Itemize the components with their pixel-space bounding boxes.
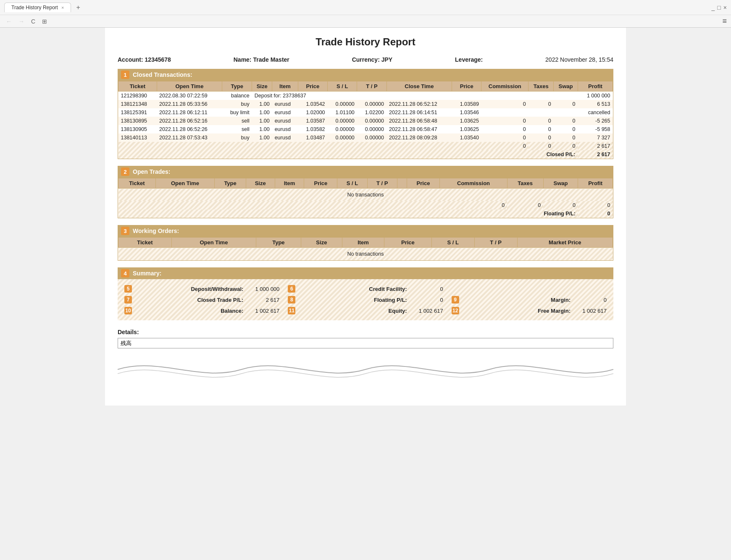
currency-value: JPY [381, 56, 392, 63]
closed-pl-row: Closed P/L: 2 617 [118, 150, 613, 159]
home-button[interactable]: ⊞ [40, 17, 49, 26]
summary-item-label: Equity: [298, 308, 407, 314]
currency-label: Currency: [352, 56, 380, 63]
open-col-profit: Profit [578, 178, 613, 188]
work-col-open-time: Open Time [171, 238, 256, 248]
row-price: 1.03487 [298, 133, 327, 142]
row-item: Deposit for: 23738637 [252, 92, 387, 100]
row-commission [481, 92, 529, 100]
open-trades-table-wrapper: Ticket Open Time Type Size Item Price S … [118, 178, 613, 218]
closed-transactions-header: 1 Closed Transactions: [118, 69, 613, 81]
menu-icon[interactable]: ≡ [722, 17, 727, 26]
closed-table-row: 138140113 2022.11.28 07:53:43 buy 1.00 e… [118, 133, 613, 142]
summary-item-num: 9 [452, 296, 459, 304]
open-col-sl: S / L [337, 178, 367, 188]
row-commission [481, 108, 529, 117]
row-close-time [387, 92, 452, 100]
summary-item-num: 8 [288, 296, 295, 304]
leverage-field: Leverage: [455, 56, 483, 63]
details-input[interactable] [118, 338, 613, 348]
row-item: eurusd [272, 100, 298, 108]
account-name: Trade Master [253, 56, 289, 63]
summary-item-label: Closed Trade P/L: [134, 297, 243, 303]
working-orders-header: 3 Working Orders: [118, 225, 613, 237]
row-close-price: 1.03625 [452, 125, 481, 133]
account-number-field: Account: 12345678 [118, 56, 171, 63]
closed-total-profit: 2 617 [578, 142, 613, 150]
row-swap: 0 [554, 133, 578, 142]
leverage-label: Leverage: [455, 56, 483, 63]
closed-table-row: 138125391 2022.11.28 06:12:11 buy limit … [118, 108, 613, 117]
reload-button[interactable]: C [29, 17, 37, 26]
back-button[interactable]: ← [4, 17, 13, 26]
col-commission: Commission [481, 81, 529, 92]
row-ticket: 138140113 [118, 133, 157, 142]
closed-table-row: 121298390 2022.08.30 07:22:59 balance De… [118, 92, 613, 100]
working-no-transactions-row: No transactions [118, 248, 613, 261]
open-table-header-row: Ticket Open Time Type Size Item Price S … [118, 178, 613, 188]
closed-pl-label: Closed P/L: [118, 150, 578, 159]
browser-tab[interactable]: Trade History Report × [4, 3, 71, 12]
summary-item-value: 1 002 617 [410, 308, 443, 314]
closed-total-commission: 0 [481, 142, 529, 150]
summary-item: 8 Floating P/L: 0 [288, 296, 443, 304]
summary-item-value: 1 002 617 [246, 308, 279, 314]
currency-field: Currency: JPY [352, 56, 393, 63]
col-sl: S / L [328, 81, 357, 92]
row-open-time: 2022.11.28 07:53:43 [157, 133, 222, 142]
row-profit: -5 958 [578, 125, 613, 133]
open-col-size: Size [246, 178, 275, 188]
tab-close-icon[interactable]: × [61, 5, 64, 10]
row-close-price: 1.03540 [452, 133, 481, 142]
new-tab-button[interactable]: + [73, 3, 83, 12]
row-open-time: 2022.11.28 06:52:26 [157, 125, 222, 133]
row-taxes: 0 [529, 100, 554, 108]
minimize-button[interactable]: _ [712, 4, 715, 11]
details-section: Details: [118, 329, 613, 348]
open-floating-pl-label: Floating P/L: [118, 209, 578, 218]
row-item: eurusd [272, 133, 298, 142]
open-total-commission: 0 [440, 201, 507, 209]
row-close-time: 2022.11.28 06:58:48 [387, 117, 452, 125]
summary-label: Summary: [133, 270, 161, 277]
row-type: sell [222, 125, 252, 133]
summary-item-label: Free Margin: [462, 308, 571, 314]
row-close-price: 1.03546 [452, 108, 481, 117]
row-sl: 0.00000 [328, 125, 357, 133]
name-label: Name: [234, 56, 252, 63]
work-col-size: Size [301, 238, 342, 248]
row-swap: 0 [554, 125, 578, 133]
maximize-button[interactable]: □ [717, 4, 720, 11]
row-tp: 0.00000 [357, 133, 387, 142]
wave-decoration [118, 353, 613, 386]
forward-button[interactable]: → [17, 17, 26, 26]
row-price: 1.03582 [298, 125, 327, 133]
summary-item: 7 Closed Trade P/L: 2 617 [124, 296, 279, 304]
open-col-price: Price [304, 178, 337, 188]
open-col-ticket: Ticket [118, 178, 156, 188]
row-ticket: 138130905 [118, 125, 157, 133]
col-size: Size [252, 81, 272, 92]
section-4-num: 4 [121, 269, 129, 277]
account-label: Account: [118, 56, 143, 63]
open-col-type: Type [215, 178, 246, 188]
row-close-price [452, 92, 481, 100]
row-open-time: 2022.11.28 06:52:16 [157, 117, 222, 125]
col-type: Type [222, 81, 252, 92]
row-sl: 1.01100 [328, 108, 357, 117]
open-col-item: Item [275, 178, 304, 188]
open-trades-label: Open Trades: [133, 168, 170, 175]
browser-chrome: Trade History Report × + _ □ × ← → C ⊞ ≡ [0, 0, 731, 28]
browser-nav: ← → C ⊞ ≡ [0, 15, 731, 27]
summary-item-label: Floating P/L: [298, 297, 407, 303]
close-button[interactable]: × [723, 4, 727, 11]
summary-item-num: 6 [288, 285, 295, 293]
summary-item-label: Credit Facility: [298, 286, 407, 292]
summary-item: 10 Balance: 1 002 617 [124, 307, 279, 314]
browser-titlebar: Trade History Report × + _ □ × [0, 0, 731, 15]
closed-totals-row: 0 0 0 2 617 [118, 142, 613, 150]
row-commission: 0 [481, 100, 529, 108]
date-field: 2022 November 28, 15:54 [545, 56, 613, 63]
open-col-taxes: Taxes [507, 178, 543, 188]
row-price: 1.02000 [298, 108, 327, 117]
